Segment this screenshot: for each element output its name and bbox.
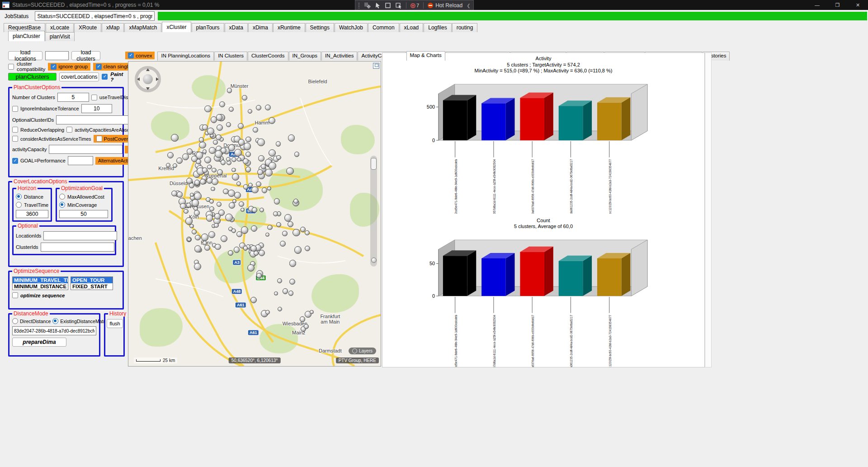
- main-tab-routing[interactable]: routing: [452, 23, 478, 32]
- view-tab-in-planninglocations[interactable]: IN PlanningLocations: [157, 52, 214, 61]
- main-tab-common[interactable]: Common: [368, 23, 399, 32]
- optimization-goal-value-input[interactable]: [59, 210, 108, 218]
- existing-matrix-radio[interactable]: [52, 318, 58, 324]
- clean-singles-checkbox-box[interactable]: [96, 64, 102, 70]
- cluster-ids-input[interactable]: [41, 243, 114, 252]
- maximize-button[interactable]: ❐: [827, 0, 848, 10]
- seq-option-fixed-start[interactable]: FIXED_START: [71, 283, 113, 290]
- post-cover-checkbox[interactable]: PostCover: [94, 135, 131, 143]
- horizon-traveltime-radio[interactable]: [16, 202, 22, 208]
- goal-performance-label: GOAL=Performance: [20, 158, 66, 163]
- paint-checkbox[interactable]: [102, 74, 108, 80]
- location-marker: [288, 221, 293, 227]
- main-tab-xload[interactable]: xLoad: [400, 23, 424, 32]
- min-coverage-radio[interactable]: [59, 202, 65, 208]
- ignore-group-checkbox[interactable]: ignore group: [48, 63, 90, 71]
- seq-option-minimum-travel-ti[interactable]: MINIMUM_TRAVEL_TI: [13, 277, 68, 283]
- location-marker: [201, 234, 208, 241]
- main-tab-xdata[interactable]: xData: [225, 23, 248, 32]
- main-tab-xruntime[interactable]: xRuntime: [273, 23, 305, 32]
- main-tab-watchjob[interactable]: WatchJob: [335, 23, 368, 32]
- prepare-dima-button[interactable]: prepareDima: [12, 338, 66, 347]
- toolbar-grip-icon[interactable]: [358, 2, 360, 9]
- minimize-button[interactable]: —: [807, 0, 827, 10]
- plan-clusters-button[interactable]: planClusters: [8, 73, 57, 81]
- chart-title-line: MinActivity = 515,0 (=89,7 %) ; MaxActiv…: [382, 68, 704, 74]
- activity-capacities-absolute-checkbox[interactable]: [66, 127, 72, 133]
- convex-checkbox-box[interactable]: [128, 52, 134, 58]
- location-marker: [231, 168, 236, 172]
- show-layout-icon[interactable]: [364, 2, 371, 9]
- flush-button[interactable]: flush: [107, 319, 123, 328]
- job-status-field[interactable]: [35, 11, 155, 21]
- main-tab-xcluster[interactable]: xCluster: [162, 22, 191, 32]
- cluster-compatibility-checkbox[interactable]: [8, 64, 14, 70]
- post-cover-checkbox-box[interactable]: [96, 136, 102, 142]
- consider-activities-checkbox[interactable]: [12, 136, 18, 142]
- horizon-distance-label: Distance: [24, 194, 43, 200]
- ignore-imbalance-checkbox[interactable]: [12, 106, 18, 112]
- main-tab-xmapmatch[interactable]: xMapMatch: [124, 23, 161, 32]
- location-marker: [251, 186, 258, 193]
- main-tab-xmap[interactable]: xMap: [102, 23, 124, 32]
- location-marker: [234, 247, 240, 253]
- convex-checkbox[interactable]: convex: [125, 52, 155, 59]
- zoom-slider-knob[interactable]: [371, 257, 377, 263]
- breakpoint-counter[interactable]: 7: [410, 3, 419, 8]
- activity-capacity-input[interactable]: [49, 145, 123, 154]
- main-tab-xroute[interactable]: XRoute: [74, 23, 101, 32]
- dima-id-input[interactable]: [12, 326, 96, 335]
- ignore-imbalance-input[interactable]: [81, 104, 112, 113]
- cover-locations-button[interactable]: coverLocations: [59, 72, 99, 81]
- goal-value-input[interactable]: [68, 156, 93, 165]
- max-allowed-cost-radio[interactable]: [59, 194, 65, 200]
- main-tab-strip: RequestBasexLocateXRoutexMapxMapMatchxCl…: [0, 23, 868, 32]
- view-tab-clustercoords[interactable]: ClusterCoords: [248, 52, 288, 61]
- view-tab-in-activities[interactable]: IN_Activities: [321, 52, 357, 61]
- zoom-slider-handle[interactable]: [371, 158, 377, 170]
- map-popout-icon[interactable]: [373, 63, 379, 69]
- hot-reload-button[interactable]: Hot Reload: [428, 2, 462, 9]
- view-tab-in-clusters[interactable]: IN Clusters: [214, 52, 247, 61]
- number-of-clusters-input[interactable]: [57, 93, 89, 102]
- load-count-input[interactable]: [45, 51, 69, 60]
- optional-cluster-ids-input[interactable]: [56, 115, 130, 124]
- track-focused-element-icon[interactable]: [395, 2, 402, 9]
- display-adorners-icon[interactable]: [385, 2, 391, 9]
- location-marker: [231, 229, 236, 233]
- charts-scrollbar[interactable]: [705, 52, 712, 367]
- location-marker: [237, 157, 241, 162]
- ignore-group-checkbox-box[interactable]: [51, 64, 57, 70]
- use-travel-distance-checkbox[interactable]: [91, 95, 97, 100]
- horizon-value-input[interactable]: [16, 210, 48, 218]
- map-compass-control[interactable]: [135, 66, 161, 92]
- load-locations-button[interactable]: load locations: [8, 51, 42, 60]
- main-tab-plantours[interactable]: planTours: [192, 23, 224, 32]
- location-marker: [216, 114, 223, 121]
- view-tab-in-groups[interactable]: IN_Groups: [289, 52, 321, 61]
- tour-mode-listbox[interactable]: OPEN_TOURFIXED_START: [71, 276, 113, 290]
- toolbar-collapse-chevron[interactable]: ❮: [467, 3, 470, 8]
- horizon-distance-radio[interactable]: [16, 194, 22, 200]
- map-zoom-slider[interactable]: [370, 156, 377, 267]
- select-element-icon[interactable]: [375, 2, 381, 9]
- view-tab-map-charts[interactable]: Map & Charts: [406, 51, 445, 61]
- travel-mode-listbox[interactable]: MINIMUM_TRAVEL_TIMINIMUM_DISTANCE: [12, 276, 68, 290]
- close-button[interactable]: ✕: [848, 0, 868, 10]
- layers-button[interactable]: Layers: [349, 348, 376, 354]
- load-clusters-button[interactable]: load clusters: [71, 51, 100, 60]
- reduce-overlapping-checkbox[interactable]: [12, 127, 18, 133]
- sub-tab-planvisit[interactable]: planVisit: [45, 32, 75, 41]
- seq-option-minimum-distance[interactable]: MINIMUM_DISTANCE: [13, 283, 68, 290]
- goal-performance-checkbox[interactable]: [12, 158, 18, 164]
- optimize-sequence-checkbox[interactable]: [12, 292, 18, 298]
- direct-distance-radio[interactable]: [12, 318, 18, 324]
- seq-option-open-tour[interactable]: OPEN_TOUR: [71, 277, 113, 283]
- map-canvas[interactable]: 25 km 50,636520°, 6,120613° PTV Group, H…: [128, 61, 381, 367]
- sub-tab-plancluster[interactable]: planCluster: [8, 31, 45, 41]
- main-tab-logfiles[interactable]: Logfiles: [424, 23, 451, 32]
- main-tab-xdima[interactable]: xDima: [248, 23, 273, 32]
- main-tab-xlocate[interactable]: xLocate: [46, 23, 74, 32]
- main-tab-settings[interactable]: Settings: [306, 23, 334, 32]
- location-ids-input[interactable]: [43, 231, 117, 240]
